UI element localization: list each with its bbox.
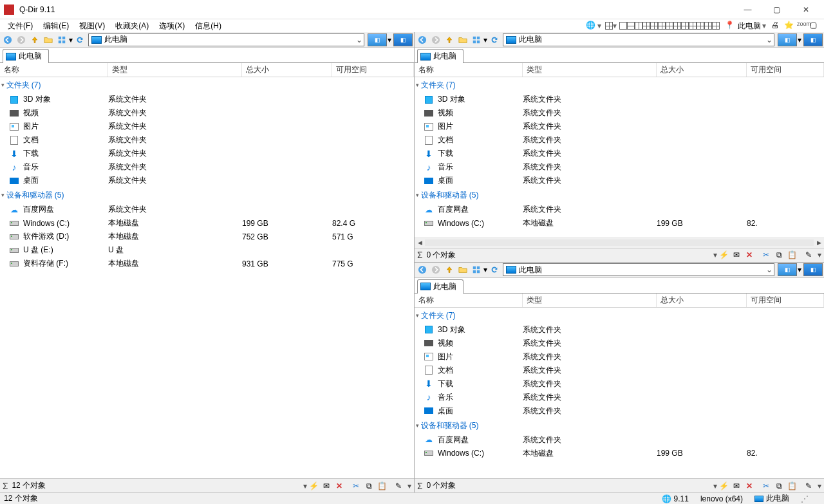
col-total[interactable]: 总大小 bbox=[657, 63, 747, 77]
col-total[interactable]: 总大小 bbox=[242, 63, 332, 77]
cut-icon[interactable]: ✂ bbox=[351, 481, 361, 491]
layout-1-icon[interactable] bbox=[619, 22, 627, 30]
view-toggle-b[interactable]: ◧ bbox=[803, 33, 823, 46]
nav-view[interactable] bbox=[470, 33, 483, 46]
panel-icon[interactable]: ▢ bbox=[810, 21, 820, 31]
edit-icon[interactable]: ✎ bbox=[393, 481, 404, 491]
status-resize[interactable]: ⋰ bbox=[801, 494, 809, 503]
printer-icon[interactable]: 🖨 bbox=[771, 21, 782, 31]
col-free[interactable]: 可用空间 bbox=[747, 63, 824, 77]
file-list[interactable]: 文件夹 (7)3D 对象系统文件夹视频系统文件夹图片系统文件夹文档系统文件夹⬇下… bbox=[0, 77, 414, 478]
col-type[interactable]: 类型 bbox=[523, 63, 657, 77]
delete-icon[interactable]: ✕ bbox=[744, 481, 754, 491]
maximize-button[interactable]: ▢ bbox=[762, 1, 791, 19]
nav-view[interactable] bbox=[55, 33, 68, 46]
list-item[interactable]: ♪音乐系统文件夹 bbox=[0, 160, 414, 174]
layout-4a-icon[interactable] bbox=[673, 22, 681, 30]
layout-4f-icon[interactable] bbox=[712, 22, 720, 30]
view-toggle-a[interactable]: ◧ bbox=[778, 263, 797, 276]
col-name[interactable]: 名称 bbox=[415, 294, 523, 307]
sigma-icon[interactable]: Σ bbox=[417, 481, 422, 491]
close-button[interactable]: ✕ bbox=[791, 1, 820, 19]
pin-icon[interactable]: 📍 bbox=[725, 21, 735, 31]
nav-forward[interactable] bbox=[15, 33, 28, 46]
globe-icon[interactable]: 🌐 bbox=[586, 21, 596, 31]
filter-icon[interactable]: ⚡ bbox=[308, 481, 319, 491]
address-bar[interactable]: 此电脑⌄ bbox=[88, 33, 364, 46]
view-toggle-b[interactable]: ◧ bbox=[393, 33, 413, 46]
col-total[interactable]: 总大小 bbox=[657, 294, 747, 307]
copy-icon[interactable]: ⧉ bbox=[364, 481, 374, 491]
nav-refresh[interactable] bbox=[488, 263, 501, 276]
sigma-icon[interactable]: Σ bbox=[3, 481, 8, 491]
delete-icon[interactable]: ✕ bbox=[334, 481, 344, 491]
list-item[interactable]: ☁百度网盘系统文件夹 bbox=[415, 433, 824, 447]
paste-icon[interactable]: 📋 bbox=[787, 481, 797, 491]
group-folders[interactable]: 文件夹 (7) bbox=[0, 77, 414, 93]
list-item[interactable]: 视频系统文件夹 bbox=[415, 106, 824, 120]
layout-4-icon[interactable] bbox=[605, 22, 613, 30]
file-list[interactable]: 文件夹 (7)3D 对象系统文件夹视频系统文件夹图片系统文件夹文档系统文件夹⬇下… bbox=[415, 308, 824, 479]
nav-back[interactable] bbox=[416, 263, 429, 276]
list-item[interactable]: ⬇下载系统文件夹 bbox=[415, 377, 824, 391]
copy-icon[interactable]: ⧉ bbox=[774, 481, 784, 491]
nav-up[interactable] bbox=[28, 33, 41, 46]
layout-3a-icon[interactable] bbox=[642, 22, 650, 30]
nav-back[interactable] bbox=[416, 33, 429, 46]
h-scrollbar[interactable]: ◀▶ bbox=[415, 238, 824, 248]
layout-4d-icon[interactable] bbox=[697, 22, 704, 30]
tab-active[interactable]: 此电脑 bbox=[417, 49, 464, 63]
filter-icon[interactable]: ⚡ bbox=[718, 250, 729, 260]
cut-icon[interactable]: ✂ bbox=[761, 481, 771, 491]
menu-file[interactable]: 文件(F) bbox=[3, 20, 38, 32]
filter-icon[interactable]: ⚡ bbox=[718, 481, 729, 491]
col-type[interactable]: 类型 bbox=[108, 63, 242, 77]
tab-active[interactable]: 此电脑 bbox=[417, 279, 464, 294]
nav-back[interactable] bbox=[1, 33, 14, 46]
view-toggle-a[interactable]: ◧ bbox=[368, 33, 387, 46]
tb-computer[interactable]: 此电脑 bbox=[738, 21, 761, 32]
list-item[interactable]: ☁百度网盘系统文件夹 bbox=[0, 203, 414, 216]
edit-icon[interactable]: ✎ bbox=[803, 481, 814, 491]
layout-2v-icon[interactable] bbox=[635, 22, 642, 30]
address-bar[interactable]: 此电脑⌄ bbox=[503, 263, 774, 276]
group-drives[interactable]: 设备和驱动器 (5) bbox=[0, 187, 414, 203]
list-item[interactable]: 3D 对象系统文件夹 bbox=[415, 93, 824, 106]
nav-refresh[interactable] bbox=[488, 33, 501, 46]
tab-active[interactable]: 此电脑 bbox=[3, 49, 49, 63]
menu-info[interactable]: 信息(H) bbox=[190, 20, 227, 32]
list-item[interactable]: 桌面系统文件夹 bbox=[415, 174, 824, 187]
list-item[interactable]: Windows (C:)本地磁盘199 GB82.4 G bbox=[0, 216, 414, 230]
delete-icon[interactable]: ✕ bbox=[744, 250, 754, 260]
star-icon[interactable]: ⭐ bbox=[784, 21, 794, 31]
list-item[interactable]: 资料存储 (F:)本地磁盘931 GB775 G bbox=[0, 257, 414, 270]
layout-4b-icon[interactable] bbox=[681, 22, 689, 30]
mail-icon[interactable]: ✉ bbox=[731, 250, 742, 260]
group-folders[interactable]: 文件夹 (7) bbox=[415, 77, 824, 93]
address-dropdown-icon[interactable]: ⌄ bbox=[355, 35, 364, 44]
nav-refresh[interactable] bbox=[73, 33, 86, 46]
list-item[interactable]: U 盘 (E:)U 盘 bbox=[0, 243, 414, 257]
nav-view[interactable] bbox=[470, 263, 483, 276]
menu-favorites[interactable]: 收藏夹(A) bbox=[110, 20, 154, 32]
list-item[interactable]: ⬇下载系统文件夹 bbox=[415, 147, 824, 160]
list-item[interactable]: ♪音乐系统文件夹 bbox=[415, 391, 824, 404]
address-dropdown-icon[interactable]: ⌄ bbox=[765, 35, 774, 44]
mail-icon[interactable]: ✉ bbox=[731, 481, 742, 491]
nav-folders[interactable] bbox=[456, 263, 469, 276]
list-item[interactable]: 文档系统文件夹 bbox=[0, 133, 414, 147]
copy-icon[interactable]: ⧉ bbox=[774, 250, 784, 260]
list-item[interactable]: 桌面系统文件夹 bbox=[0, 174, 414, 187]
group-folders[interactable]: 文件夹 (7) bbox=[415, 308, 824, 323]
layout-3b-icon[interactable] bbox=[650, 22, 658, 30]
nav-up[interactable] bbox=[443, 33, 456, 46]
group-drives[interactable]: 设备和驱动器 (5) bbox=[415, 418, 824, 433]
menu-options[interactable]: 选项(X) bbox=[154, 20, 190, 32]
list-item[interactable]: 3D 对象系统文件夹 bbox=[0, 93, 414, 106]
list-item[interactable]: 3D 对象系统文件夹 bbox=[415, 323, 824, 337]
col-name[interactable]: 名称 bbox=[0, 63, 108, 77]
list-item[interactable]: ☁百度网盘系统文件夹 bbox=[415, 203, 824, 216]
file-list[interactable]: 文件夹 (7)3D 对象系统文件夹视频系统文件夹图片系统文件夹文档系统文件夹⬇下… bbox=[415, 77, 824, 238]
col-free[interactable]: 可用空间 bbox=[332, 63, 414, 77]
list-item[interactable]: Windows (C:)本地磁盘199 GB82. bbox=[415, 216, 824, 230]
